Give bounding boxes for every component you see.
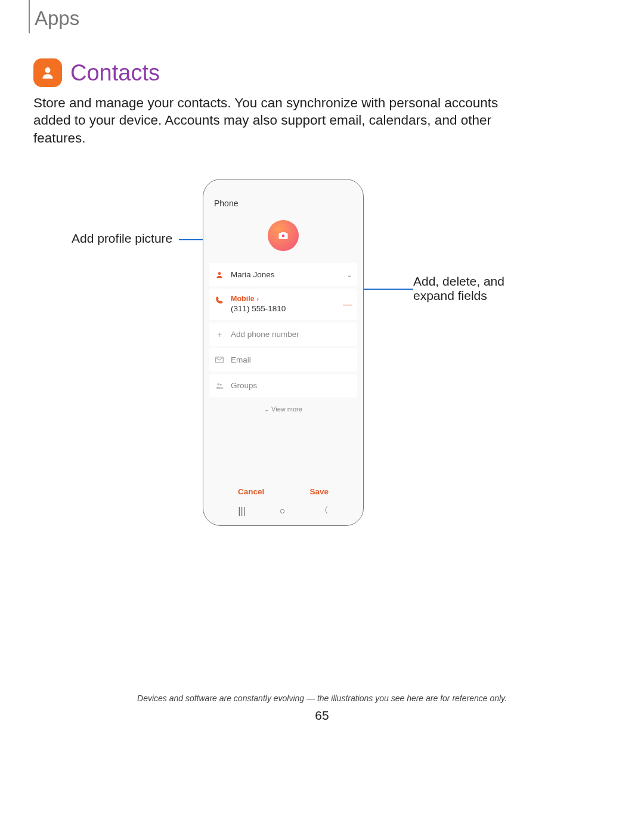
page-title-row: Contacts bbox=[33, 58, 160, 87]
chevron-down-icon: ⌄ bbox=[264, 406, 269, 413]
page-number: 65 bbox=[0, 708, 644, 723]
callout-line-right bbox=[356, 289, 413, 290]
person-icon bbox=[215, 271, 224, 279]
email-field[interactable]: Email bbox=[209, 348, 357, 371]
chevron-down-icon[interactable]: ⌄ bbox=[346, 271, 352, 279]
section-header: Apps bbox=[35, 7, 79, 30]
phone-mockup: Phone Maria Jones ⌄ Mobile› (311) 555-18… bbox=[203, 179, 364, 526]
contact-name-value: Maria Jones bbox=[231, 270, 351, 279]
home-nav-icon[interactable]: ○ bbox=[279, 506, 285, 516]
add-phone-row[interactable]: + Add phone number bbox=[209, 323, 357, 346]
groups-field[interactable]: Groups bbox=[209, 374, 357, 397]
storage-location-label: Phone bbox=[209, 185, 357, 220]
mobile-number-value: (311) 555-1810 bbox=[231, 304, 351, 313]
mobile-type-label[interactable]: Mobile bbox=[231, 295, 255, 303]
svg-point-2 bbox=[218, 272, 221, 275]
minus-icon[interactable]: — bbox=[343, 299, 352, 310]
camera-icon bbox=[278, 231, 289, 240]
android-nav-bar: ||| ○ 〈 bbox=[209, 498, 357, 525]
svg-point-4 bbox=[217, 383, 219, 385]
recents-nav-icon[interactable]: ||| bbox=[238, 506, 245, 516]
svg-point-0 bbox=[45, 67, 50, 73]
groups-icon bbox=[215, 382, 224, 390]
contact-name-field[interactable]: Maria Jones ⌄ bbox=[209, 263, 357, 286]
add-profile-picture-button[interactable] bbox=[268, 220, 299, 251]
cancel-button[interactable]: Cancel bbox=[238, 487, 264, 496]
svg-point-1 bbox=[282, 234, 285, 237]
view-more-label: View more bbox=[271, 405, 302, 413]
add-phone-label: Add phone number bbox=[231, 330, 351, 339]
header-divider bbox=[29, 0, 30, 33]
footnote-text: Devices and software are constantly evol… bbox=[0, 693, 644, 703]
email-label: Email bbox=[231, 355, 351, 364]
back-nav-icon[interactable]: 〈 bbox=[319, 504, 329, 517]
contacts-app-icon bbox=[33, 58, 62, 87]
callout-add-delete-expand: Add, delete, and expand fields bbox=[413, 274, 521, 303]
chevron-right-icon: › bbox=[257, 295, 259, 302]
save-button[interactable]: Save bbox=[309, 487, 329, 496]
intro-paragraph: Store and manage your contacts. You can … bbox=[33, 94, 522, 147]
page-title: Contacts bbox=[70, 60, 160, 86]
email-icon bbox=[215, 356, 224, 364]
groups-label: Groups bbox=[231, 381, 351, 390]
svg-point-5 bbox=[220, 383, 222, 385]
view-more-button[interactable]: ⌄ View more bbox=[209, 400, 357, 419]
plus-icon: + bbox=[215, 330, 224, 339]
callout-add-profile-picture: Add profile picture bbox=[72, 231, 172, 246]
phone-icon bbox=[215, 296, 224, 304]
mobile-field[interactable]: Mobile› (311) 555-1810 — bbox=[209, 289, 357, 320]
